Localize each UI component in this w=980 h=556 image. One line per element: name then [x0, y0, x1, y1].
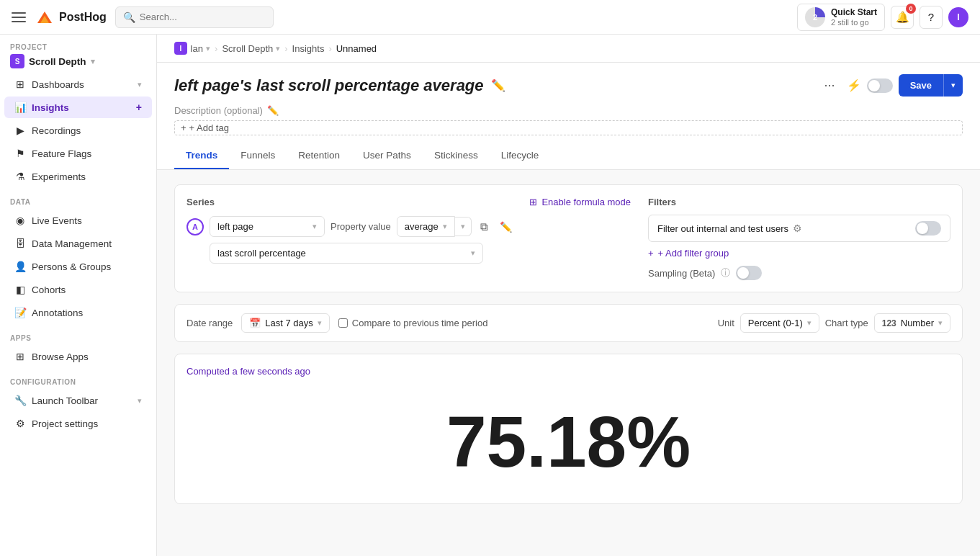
search-icon: 🔍 — [123, 12, 135, 23]
filter-toggle[interactable] — [915, 221, 941, 236]
tab-user-paths[interactable]: User Paths — [351, 143, 423, 169]
filter-internal-row: Filter out internal and test users ⚙ — [648, 215, 950, 242]
project-name-row[interactable]: S Scroll Depth ▾ — [10, 54, 146, 68]
sampling-toggle[interactable] — [736, 266, 762, 280]
avatar[interactable]: I — [948, 7, 968, 27]
notifications-badge: 0 — [906, 4, 916, 14]
breadcrumb-ian[interactable]: I Ian ▾ — [174, 42, 210, 55]
sidebar-item-data-management[interactable]: 🗄 Data Management — [4, 233, 152, 254]
formula-mode-button[interactable]: ⊞ Enable formula mode — [529, 197, 631, 207]
sampling-info-icon[interactable]: ⓘ — [721, 266, 730, 279]
sidebar-item-persons-groups[interactable]: 👤 Persons & Groups — [4, 256, 152, 277]
breadcrumb-sep-3: › — [328, 43, 331, 54]
filter-icon[interactable]: ⧉ — [477, 218, 491, 236]
search-input[interactable] — [140, 12, 266, 22]
main-layout: PROJECT S Scroll Depth ▾ ⊞ Dashboards ▾ … — [0, 35, 980, 556]
property-select[interactable]: last scroll percentage ▾ — [210, 243, 483, 264]
tab-funnels[interactable]: Funnels — [229, 143, 287, 169]
sidebar-item-cohorts[interactable]: ◧ Cohorts — [4, 279, 152, 300]
enable-toggle[interactable] — [867, 79, 893, 93]
save-dropdown-button[interactable]: ▾ — [943, 74, 963, 97]
add-filter-group-button[interactable]: + + Add filter group — [648, 248, 950, 259]
formula-icon: ⊞ — [529, 197, 537, 207]
browse-apps-icon: ⊞ — [14, 351, 26, 362]
more-options-button[interactable]: ··· — [819, 75, 841, 96]
event-select[interactable]: left page ▾ — [210, 216, 325, 237]
sidebar-item-browse-apps[interactable]: ⊞ Browse Apps — [4, 346, 152, 367]
sidebar-item-annotations[interactable]: 📝 Annotations — [4, 302, 152, 323]
add-tag-button[interactable]: + + Add tag — [174, 120, 963, 135]
topnav: PostHog 🔍 2 Quick Start 2 still to go 🔔 … — [0, 0, 980, 35]
breadcrumb: I Ian ▾ › Scroll Depth ▾ › Insights › Un… — [157, 35, 980, 63]
breadcrumb-scroll-depth[interactable]: Scroll Depth ▾ — [222, 43, 280, 54]
content: I Ian ▾ › Scroll Depth ▾ › Insights › Un… — [157, 35, 980, 556]
quick-start-circle: 2 — [805, 7, 825, 27]
search-bar[interactable]: 🔍 — [115, 6, 274, 28]
edit-series-icon[interactable]: ✏️ — [497, 218, 515, 236]
sidebar-item-feature-flags[interactable]: ⚑ Feature Flags — [4, 143, 152, 164]
sidebar-item-recordings[interactable]: ▶ Recordings — [4, 120, 152, 141]
date-range-bar: Date range 📅 Last 7 days ▾ Compare to pr… — [174, 304, 963, 342]
result-card: Computed a few seconds ago 75.18% — [174, 354, 963, 504]
cohorts-icon: ◧ — [14, 284, 26, 295]
toggle-knob — [868, 80, 880, 91]
tabs-row: Trends Funnels Retention User Paths Stic… — [174, 143, 963, 169]
quick-start-button[interactable]: 2 Quick Start 2 still to go — [797, 4, 885, 31]
project-dot: S — [10, 54, 24, 68]
scroll-depth-caret-icon: ▾ — [276, 44, 280, 53]
unit-select[interactable]: Percent (0-1) ▾ — [740, 313, 819, 333]
sidebar-item-insights[interactable]: 📊 Insights + — [4, 97, 152, 118]
tab-lifecycle[interactable]: Lifecycle — [490, 143, 551, 169]
tab-trends[interactable]: Trends — [174, 143, 229, 169]
tab-stickiness[interactable]: Stickiness — [423, 143, 490, 169]
tab-retention[interactable]: Retention — [287, 143, 351, 169]
add-tag-plus-icon: + — [181, 122, 186, 133]
unit-select-caret-icon: ▾ — [807, 318, 812, 328]
aggregation-main[interactable]: average ▾ — [397, 216, 455, 237]
project-caret-icon: ▾ — [91, 57, 95, 66]
launch-toolbar-arrow-icon: ▾ — [138, 396, 142, 405]
breadcrumb-current: Unnamed — [336, 43, 377, 54]
series-card: Series ⊞ Enable formula mode A left page… — [174, 184, 963, 292]
breadcrumb-sep-1: › — [215, 43, 217, 54]
compare-checkbox-input[interactable] — [338, 318, 348, 328]
edit-description-icon[interactable]: ✏️ — [267, 105, 279, 116]
description-row: Description (optional) ✏️ — [174, 101, 963, 120]
insight-header: left page's last scroll percentage avera… — [157, 63, 980, 170]
menu-icon[interactable] — [12, 10, 26, 24]
sidebar-item-launch-toolbar[interactable]: 🔧 Launch Toolbar ▾ — [4, 390, 152, 411]
save-button[interactable]: Save — [899, 74, 943, 97]
description-text: Description (optional) — [174, 105, 263, 116]
feature-flags-icon: ⚑ — [14, 148, 26, 159]
insights-plus-icon[interactable]: + — [136, 102, 142, 113]
sidebar-item-experiments[interactable]: ⚗ Experiments — [4, 166, 152, 187]
toggle-wrap[interactable] — [867, 79, 893, 93]
experiments-icon: ⚗ — [14, 171, 26, 182]
aggregation-options-button[interactable]: ▾ — [455, 217, 472, 236]
help-button[interactable]: ? — [920, 6, 943, 29]
sampling-toggle-knob — [737, 267, 749, 279]
live-events-icon: ◉ — [14, 215, 26, 226]
property-select-caret-icon: ▾ — [471, 248, 475, 258]
project-header: PROJECT S Scroll Depth ▾ — [0, 35, 156, 73]
date-range-select[interactable]: 📅 Last 7 days ▾ — [241, 313, 330, 333]
series-badge-a: A — [186, 218, 204, 236]
compare-checkbox[interactable]: Compare to previous time period — [338, 318, 488, 328]
filter-gear-icon[interactable]: ⚙ — [793, 223, 802, 234]
breadcrumb-insights[interactable]: Insights — [292, 43, 325, 54]
edit-title-icon[interactable]: ✏️ — [491, 79, 505, 92]
insight-title-actions: ··· ⚡ Save ▾ — [819, 74, 963, 97]
notifications-button[interactable]: 🔔 0 — [891, 6, 914, 29]
ian-caret-icon: ▾ — [206, 44, 210, 53]
chart-type-select[interactable]: 123 Number ▾ — [874, 313, 950, 333]
chart-type-icon: 123 — [882, 318, 896, 328]
big-number: 75.18% — [186, 391, 950, 492]
sidebar-item-live-events[interactable]: ◉ Live Events — [4, 210, 152, 231]
series-col: Series ⊞ Enable formula mode A left page… — [186, 197, 631, 280]
series-title: Series — [186, 197, 215, 207]
unit-area: Unit Percent (0-1) ▾ Chart type 123 Numb… — [718, 313, 950, 333]
dashboards-arrow-icon: ▾ — [138, 80, 142, 89]
sidebar-item-project-settings[interactable]: ⚙ Project settings — [4, 413, 152, 434]
sidebar-item-dashboards[interactable]: ⊞ Dashboards ▾ — [4, 73, 152, 95]
logo-text: PostHog — [59, 11, 107, 24]
